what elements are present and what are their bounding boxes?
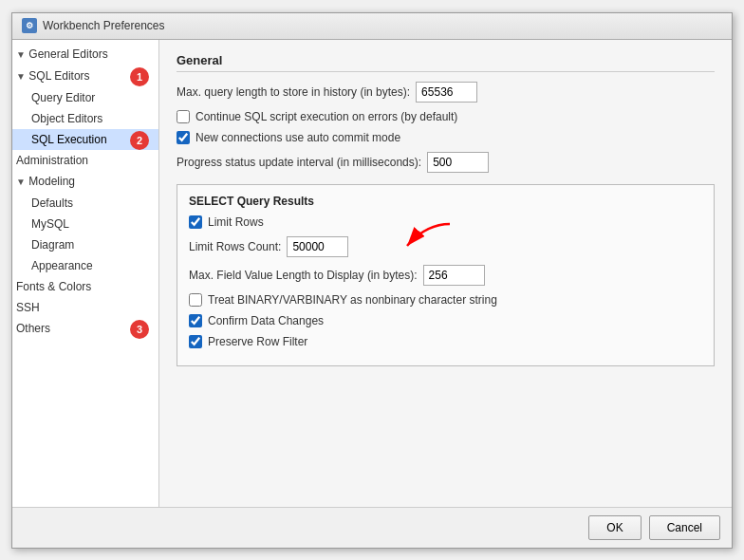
max-query-length-row: Max. query length to store in history (i… [177, 82, 715, 103]
limit-rows-count-label: Limit Rows Count: [189, 240, 281, 253]
sidebar-item-query-editor[interactable]: Query Editor [12, 87, 158, 108]
ok-button[interactable]: OK [588, 515, 641, 540]
progress-status-label: Progress status update interval (in mill… [177, 156, 421, 169]
general-section-title: General [177, 53, 715, 72]
window-body: ▼ General Editors ▼ SQL Editors 1 Query … [12, 40, 732, 507]
preserve-row-label: Preserve Row Filter [208, 335, 307, 348]
badge-1: 1 [130, 67, 149, 86]
sidebar-item-fonts-colors[interactable]: Fonts & Colors [12, 276, 158, 297]
treat-binary-checkbox[interactable] [189, 293, 202, 307]
confirm-data-row: Confirm Data Changes [189, 314, 702, 327]
auto-commit-label: New connections use auto commit mode [195, 131, 400, 144]
limit-rows-count-input[interactable] [287, 236, 348, 257]
preserve-row-row: Preserve Row Filter [189, 335, 702, 348]
footer: OK Cancel [12, 507, 732, 548]
cancel-button[interactable]: Cancel [649, 515, 720, 540]
red-arrow-annotation [398, 219, 455, 252]
window-title: Workbench Preferences [43, 19, 165, 32]
app-icon: ⚙ [22, 18, 37, 33]
main-content: General Max. query length to store in hi… [159, 40, 732, 507]
continue-sql-label: Continue SQL script execution on errors … [195, 110, 457, 123]
treat-binary-row: Treat BINARY/VARBINARY as nonbinary char… [189, 293, 702, 307]
sidebar-item-object-editors[interactable]: Object Editors [12, 108, 158, 129]
max-field-label: Max. Field Value Length to Display (in b… [189, 269, 418, 282]
sidebar-item-defaults[interactable]: Defaults [12, 193, 158, 214]
sidebar-item-general-editors[interactable]: ▼ General Editors [12, 44, 158, 65]
badge-2: 2 [130, 131, 149, 150]
max-field-row: Max. Field Value Length to Display (in b… [189, 265, 702, 286]
auto-commit-row: New connections use auto commit mode [177, 131, 715, 144]
sidebar-item-mysql[interactable]: MySQL [12, 214, 158, 234]
title-bar: ⚙ Workbench Preferences [12, 13, 732, 40]
sidebar-item-administration[interactable]: Administration [12, 150, 158, 171]
limit-rows-count-row: Limit Rows Count: [189, 236, 702, 257]
progress-status-input[interactable] [427, 152, 489, 173]
treat-binary-label: Treat BINARY/VARBINARY as nonbinary char… [208, 293, 497, 307]
confirm-data-checkbox[interactable] [189, 314, 202, 327]
max-query-label: Max. query length to store in history (i… [177, 85, 410, 99]
progress-status-row: Progress status update interval (in mill… [177, 152, 715, 173]
sidebar-item-modeling[interactable]: ▼ Modeling [12, 171, 158, 193]
sidebar-item-diagram[interactable]: Diagram [12, 234, 158, 255]
sidebar-item-sql-execution[interactable]: SQL Execution 2 [12, 129, 158, 150]
continue-sql-row: Continue SQL script execution on errors … [177, 110, 715, 123]
sidebar-item-ssh[interactable]: SSH [12, 297, 158, 318]
badge-3: 3 [130, 320, 149, 339]
max-field-input[interactable] [423, 265, 485, 286]
limit-rows-checkbox[interactable] [189, 215, 202, 229]
sidebar-item-sql-editors[interactable]: ▼ SQL Editors 1 [12, 65, 158, 87]
continue-sql-checkbox[interactable] [177, 110, 190, 123]
select-query-title: SELECT Query Results [189, 195, 702, 208]
sidebar: ▼ General Editors ▼ SQL Editors 1 Query … [12, 40, 159, 507]
confirm-data-label: Confirm Data Changes [208, 314, 324, 327]
sidebar-item-appearance[interactable]: Appearance [12, 255, 158, 276]
auto-commit-checkbox[interactable] [177, 131, 190, 144]
preserve-row-checkbox[interactable] [189, 335, 202, 348]
main-window: ⚙ Workbench Preferences ▼ General Editor… [11, 12, 733, 549]
sidebar-item-others[interactable]: Others 3 [12, 318, 158, 339]
max-query-input[interactable] [416, 82, 477, 103]
select-query-section: SELECT Query Results Limit Rows Limit Ro… [177, 184, 715, 366]
limit-rows-label: Limit Rows [208, 215, 264, 229]
